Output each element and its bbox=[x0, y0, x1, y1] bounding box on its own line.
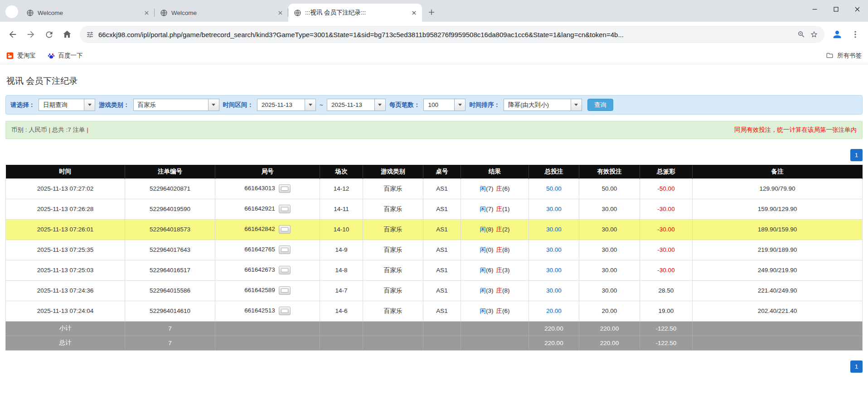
round-result-image-icon[interactable] bbox=[279, 245, 291, 254]
subtotal-payout: -122.50 bbox=[640, 321, 693, 336]
round-result-image-icon[interactable] bbox=[279, 266, 291, 274]
close-button[interactable] bbox=[847, 0, 868, 18]
chevron-down-icon[interactable] bbox=[571, 99, 582, 111]
query-type-value[interactable]: 日期查询 bbox=[39, 99, 84, 111]
cell-empty bbox=[363, 336, 423, 350]
cell-empty bbox=[461, 321, 529, 336]
column-header-note: 备注 bbox=[693, 165, 863, 178]
cell-game-type: 百家乐 bbox=[363, 178, 423, 199]
cell-round-id: 661642589 bbox=[215, 280, 320, 301]
cell-empty bbox=[363, 321, 423, 336]
column-header-round-id: 局号 bbox=[215, 165, 320, 178]
cell-bet-id: 522964020871 bbox=[125, 178, 215, 199]
cell-game-type: 百家乐 bbox=[363, 219, 423, 240]
round-result-image-icon[interactable] bbox=[279, 286, 291, 295]
page-button-1[interactable]: 1 bbox=[850, 149, 863, 161]
cell-valid-bet: 30.00 bbox=[579, 280, 640, 301]
currency-summary-text: 币别 : 人民币 | 总共 :7 注单 | bbox=[11, 126, 88, 134]
player-score: (6) bbox=[486, 267, 494, 274]
bookmark-star-icon[interactable] bbox=[810, 30, 818, 38]
cell-result: 闲(3)庄(8) bbox=[461, 280, 529, 301]
cell-note: 221.40/249.90 bbox=[693, 280, 863, 301]
cell-result: 闲(6)庄(3) bbox=[461, 260, 529, 280]
cell-note: 202.40/221.40 bbox=[693, 301, 863, 321]
cell-game-type: 百家乐 bbox=[363, 199, 423, 219]
all-bookmarks-button[interactable]: 所有书签 bbox=[826, 52, 862, 60]
cell-empty bbox=[461, 336, 529, 350]
bookmark-label: 爱淘宝 bbox=[17, 52, 36, 60]
chevron-down-icon[interactable] bbox=[84, 99, 95, 111]
address-bar[interactable]: 66cxkj98.com/ipl/portal.php/game/betreco… bbox=[80, 26, 824, 43]
player-score: (8) bbox=[486, 226, 494, 233]
bookmark-aitaobao[interactable]: 爱淘宝 bbox=[6, 52, 36, 60]
date-to-value[interactable]: 2025-11-13 bbox=[327, 99, 374, 111]
tab-welcome-1[interactable]: Welcome bbox=[21, 4, 155, 22]
column-header-session: 场次 bbox=[320, 165, 363, 178]
round-result-image-icon[interactable] bbox=[279, 205, 291, 213]
round-result-image-icon[interactable] bbox=[279, 307, 291, 315]
cell-note: 189.90/159.90 bbox=[693, 219, 863, 240]
cell-time: 2025-11-13 07:24:04 bbox=[6, 301, 125, 321]
reload-icon[interactable] bbox=[41, 26, 57, 43]
cell-result: 闲(7)庄(6) bbox=[461, 178, 529, 199]
chevron-down-icon[interactable] bbox=[208, 99, 219, 111]
player-result-label: 闲 bbox=[480, 267, 486, 274]
total-row: 总计 7 220.00 220.00 -122.50 bbox=[6, 336, 863, 350]
round-result-image-icon[interactable] bbox=[279, 225, 291, 234]
banker-score: (2) bbox=[502, 226, 510, 233]
tab-close-icon[interactable] bbox=[276, 9, 285, 17]
tab-welcome-2[interactable]: Welcome bbox=[155, 4, 288, 22]
banker-result-label: 庄 bbox=[496, 307, 503, 314]
cell-table-no: AS1 bbox=[423, 301, 461, 321]
tab-title: :::视讯 会员下注纪录::: bbox=[305, 9, 406, 17]
banker-result-label: 庄 bbox=[496, 226, 503, 233]
cell-total-bet: 30.00 bbox=[529, 199, 579, 219]
chevron-down-icon[interactable] bbox=[454, 99, 466, 111]
cell-table-no: AS1 bbox=[423, 199, 461, 219]
player-score: (3) bbox=[486, 307, 494, 314]
bet-records-table: 时间 注单编号 局号 场次 游戏类别 桌号 结果 总投注 有效投注 总派彩 备注… bbox=[5, 165, 863, 351]
sort-order-label: 时间排序： bbox=[469, 101, 500, 109]
total-payout: -122.50 bbox=[640, 336, 693, 350]
home-icon[interactable] bbox=[59, 26, 75, 43]
date-from-value[interactable]: 2025-11-13 bbox=[257, 99, 305, 111]
menu-kebab-icon[interactable] bbox=[847, 26, 863, 43]
cell-round-id: 661642513 bbox=[215, 301, 320, 321]
date-to-combo: 2025-11-13 bbox=[327, 99, 386, 111]
banker-result-label: 庄 bbox=[496, 287, 503, 294]
cell-payout: -50.00 bbox=[640, 178, 693, 199]
tab-betrecord[interactable]: :::视讯 会员下注纪录::: bbox=[288, 4, 422, 22]
round-result-image-icon[interactable] bbox=[279, 184, 291, 193]
tab-close-icon[interactable] bbox=[142, 9, 151, 17]
pagination-bottom: 1 bbox=[5, 360, 863, 373]
new-tab-button[interactable] bbox=[425, 5, 438, 19]
cell-table-no: AS1 bbox=[423, 280, 461, 301]
profile-avatar-icon[interactable] bbox=[829, 26, 845, 43]
tab-strip: Welcome Welcome :::视讯 会员下注纪录::: bbox=[0, 0, 868, 22]
page-size-value[interactable]: 100 bbox=[423, 99, 454, 111]
game-type-value[interactable]: 百家乐 bbox=[133, 99, 208, 111]
folder-icon bbox=[826, 52, 834, 59]
page-button-1[interactable]: 1 bbox=[850, 360, 863, 373]
chevron-down-icon[interactable] bbox=[374, 99, 386, 111]
minimize-button[interactable] bbox=[804, 0, 825, 18]
bookmark-baidu[interactable]: 百度一下 bbox=[48, 52, 83, 60]
back-icon[interactable] bbox=[5, 26, 21, 43]
tab-search-button[interactable] bbox=[5, 5, 18, 18]
zoom-icon[interactable] bbox=[797, 30, 805, 38]
forward-icon[interactable] bbox=[23, 26, 39, 43]
site-info-icon[interactable] bbox=[86, 31, 94, 38]
globe-favicon-icon bbox=[160, 9, 168, 17]
cell-note: 159.90/129.90 bbox=[693, 199, 863, 219]
tab-close-icon[interactable] bbox=[410, 9, 418, 17]
maximize-button[interactable] bbox=[825, 0, 847, 18]
chevron-down-icon[interactable] bbox=[305, 99, 316, 111]
sort-order-value[interactable]: 降幂(由大到小) bbox=[504, 99, 571, 111]
round-number: 661642921 bbox=[244, 205, 275, 212]
cell-game-type: 百家乐 bbox=[363, 301, 423, 321]
subtotal-valid-bet: 220.00 bbox=[579, 321, 640, 336]
bookmarks-bar: 爱淘宝 百度一下 所有书签 bbox=[0, 47, 868, 64]
date-from-combo: 2025-11-13 bbox=[257, 99, 316, 111]
cell-session: 14-8 bbox=[320, 260, 363, 280]
search-button[interactable]: 查询 bbox=[587, 99, 613, 111]
